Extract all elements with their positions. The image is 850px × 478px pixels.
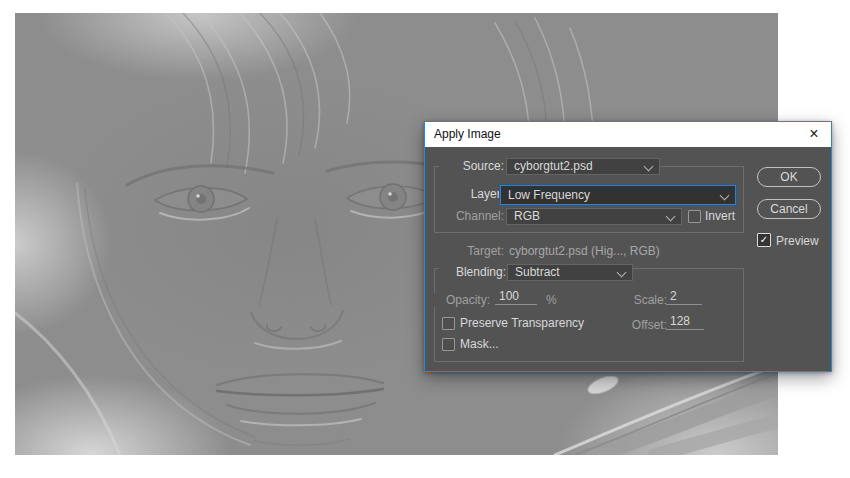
preserve-transparency-label[interactable]: Preserve Transparency	[460, 316, 584, 330]
source-label: Source:	[439, 159, 507, 173]
offset-input[interactable]: 128	[666, 315, 704, 330]
target-label: Target:	[439, 244, 507, 258]
blending-label: Blending:	[439, 265, 509, 279]
mask-checkbox[interactable]	[442, 338, 455, 351]
cancel-button[interactable]: Cancel	[757, 199, 821, 219]
layer-select-value: Low Frequency	[508, 188, 590, 202]
chevron-down-icon	[617, 268, 627, 278]
source-select-value: cyborgtut2.psd	[514, 159, 593, 173]
ok-button[interactable]: OK	[757, 167, 821, 187]
dialog-body: Source: cyborgtut2.psd Layer: Low Freque…	[425, 147, 831, 371]
dialog-titlebar[interactable]: Apply Image ×	[425, 122, 831, 147]
mask-label[interactable]: Mask...	[460, 337, 499, 351]
blending-select-value: Subtract	[515, 265, 560, 279]
chevron-down-icon	[644, 162, 654, 172]
chevron-down-icon	[666, 212, 676, 222]
preserve-transparency-checkbox[interactable]	[442, 317, 455, 330]
source-select[interactable]: cyborgtut2.psd	[506, 158, 660, 175]
channel-label: Channel:	[439, 209, 507, 223]
close-icon[interactable]: ×	[799, 122, 829, 147]
chevron-down-icon	[720, 191, 730, 201]
invert-label[interactable]: Invert	[705, 209, 735, 223]
offset-label: Offset:	[610, 318, 670, 332]
screenshot-root: Apply Image × Source: cyborgtut2.psd Lay…	[0, 0, 850, 478]
opacity-label: Opacity:	[433, 293, 493, 307]
dialog-title: Apply Image	[434, 122, 501, 147]
apply-image-dialog: Apply Image × Source: cyborgtut2.psd Lay…	[424, 121, 832, 372]
preview-checkbox[interactable]: ✓	[757, 233, 771, 247]
channel-select-value: RGB	[514, 209, 540, 223]
channel-select[interactable]: RGB	[506, 208, 682, 225]
invert-checkbox[interactable]	[688, 210, 701, 223]
opacity-input[interactable]: 100	[495, 290, 537, 305]
target-value: cyborgtut2.psd (Hig..., RGB)	[509, 244, 660, 258]
layer-label: Layer:	[439, 187, 507, 201]
scale-input[interactable]: 2	[666, 290, 702, 305]
blending-select[interactable]: Subtract	[507, 264, 633, 281]
preview-label[interactable]: Preview	[776, 234, 819, 248]
layer-select[interactable]: Low Frequency	[500, 185, 736, 205]
scale-label: Scale:	[610, 293, 670, 307]
opacity-unit: %	[543, 293, 565, 307]
